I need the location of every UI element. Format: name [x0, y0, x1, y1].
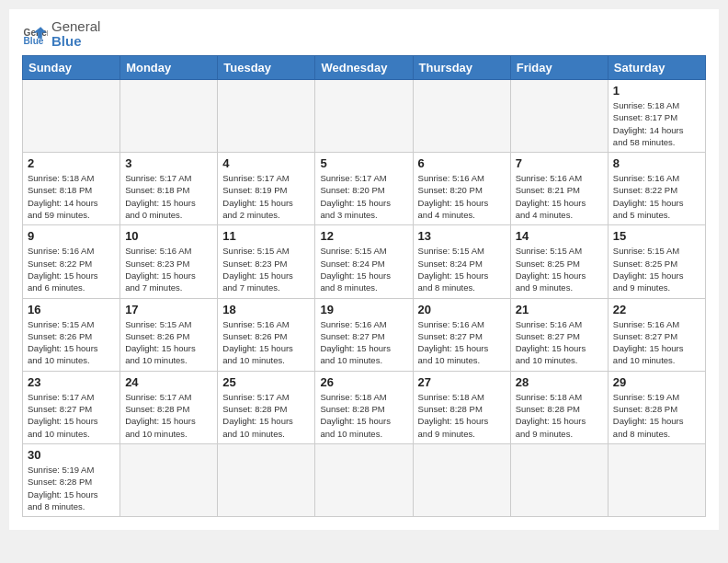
day-info: Sunrise: 5:15 AM Sunset: 8:26 PM Dayligh… [125, 318, 212, 367]
day-number: 3 [125, 156, 212, 170]
day-number: 5 [320, 156, 407, 170]
day-number: 24 [125, 375, 212, 389]
calendar-cell: 28Sunrise: 5:18 AM Sunset: 8:28 PM Dayli… [510, 371, 608, 443]
week-row-1: 2Sunrise: 5:18 AM Sunset: 8:18 PM Daylig… [23, 153, 706, 225]
calendar-cell: 23Sunrise: 5:17 AM Sunset: 8:27 PM Dayli… [23, 371, 120, 443]
calendar-cell [120, 443, 218, 516]
day-number: 13 [418, 229, 506, 243]
day-number: 16 [28, 303, 115, 316]
calendar-cell [218, 80, 315, 153]
day-info: Sunrise: 5:16 AM Sunset: 8:22 PM Dayligh… [28, 245, 115, 293]
calendar-cell [608, 443, 705, 516]
day-info: Sunrise: 5:16 AM Sunset: 8:27 PM Dayligh… [418, 318, 506, 367]
calendar-cell: 30Sunrise: 5:19 AM Sunset: 8:28 PM Dayli… [23, 443, 120, 516]
day-info: Sunrise: 5:19 AM Sunset: 8:28 PM Dayligh… [613, 391, 700, 440]
weekday-friday: Friday [510, 56, 608, 80]
day-info: Sunrise: 5:16 AM Sunset: 8:21 PM Dayligh… [516, 172, 603, 221]
day-number: 28 [516, 375, 603, 389]
calendar-cell: 18Sunrise: 5:16 AM Sunset: 8:26 PM Dayli… [218, 298, 315, 371]
calendar-cell [510, 443, 608, 516]
day-number: 14 [516, 229, 603, 243]
day-info: Sunrise: 5:16 AM Sunset: 8:27 PM Dayligh… [320, 318, 407, 367]
day-info: Sunrise: 5:18 AM Sunset: 8:18 PM Dayligh… [28, 172, 115, 221]
calendar-cell: 21Sunrise: 5:16 AM Sunset: 8:27 PM Dayli… [510, 298, 608, 371]
calendar-page: General Blue General Blue SundayMondayTu… [9, 9, 719, 530]
calendar-cell: 1Sunrise: 5:18 AM Sunset: 8:17 PM Daylig… [608, 80, 705, 153]
calendar-cell: 6Sunrise: 5:16 AM Sunset: 8:20 PM Daylig… [413, 153, 510, 225]
calendar-cell: 27Sunrise: 5:18 AM Sunset: 8:28 PM Dayli… [413, 371, 510, 443]
day-info: Sunrise: 5:16 AM Sunset: 8:22 PM Dayligh… [613, 172, 700, 221]
calendar-cell [510, 80, 608, 153]
day-info: Sunrise: 5:17 AM Sunset: 8:28 PM Dayligh… [222, 391, 310, 440]
day-number: 8 [613, 156, 700, 170]
day-number: 29 [613, 375, 700, 389]
day-number: 4 [222, 156, 310, 170]
calendar-cell [218, 443, 315, 516]
week-row-0: 1Sunrise: 5:18 AM Sunset: 8:17 PM Daylig… [23, 80, 706, 153]
calendar-cell: 5Sunrise: 5:17 AM Sunset: 8:20 PM Daylig… [315, 153, 413, 225]
day-number: 6 [418, 156, 506, 170]
calendar-cell [413, 80, 510, 153]
calendar-cell: 10Sunrise: 5:16 AM Sunset: 8:23 PM Dayli… [120, 225, 218, 298]
weekday-saturday: Saturday [608, 56, 705, 80]
calendar-cell [120, 80, 218, 153]
calendar-cell [315, 80, 413, 153]
day-number: 1 [613, 84, 700, 98]
calendar-cell: 17Sunrise: 5:15 AM Sunset: 8:26 PM Dayli… [120, 298, 218, 371]
day-number: 18 [222, 303, 310, 316]
day-number: 15 [613, 229, 700, 243]
day-number: 11 [222, 229, 310, 243]
calendar-cell: 16Sunrise: 5:15 AM Sunset: 8:26 PM Dayli… [23, 298, 120, 371]
calendar-cell: 12Sunrise: 5:15 AM Sunset: 8:24 PM Dayli… [315, 225, 413, 298]
day-info: Sunrise: 5:15 AM Sunset: 8:24 PM Dayligh… [320, 245, 407, 293]
calendar-cell: 14Sunrise: 5:15 AM Sunset: 8:25 PM Dayli… [510, 225, 608, 298]
weekday-sunday: Sunday [23, 56, 120, 80]
day-info: Sunrise: 5:17 AM Sunset: 8:20 PM Dayligh… [320, 172, 407, 221]
day-number: 7 [516, 156, 603, 170]
day-number: 20 [418, 303, 506, 316]
calendar-table: SundayMondayTuesdayWednesdayThursdayFrid… [22, 55, 706, 517]
day-info: Sunrise: 5:18 AM Sunset: 8:28 PM Dayligh… [418, 391, 506, 440]
day-info: Sunrise: 5:17 AM Sunset: 8:27 PM Dayligh… [28, 391, 115, 440]
day-number: 30 [28, 448, 115, 462]
calendar-cell: 13Sunrise: 5:15 AM Sunset: 8:24 PM Dayli… [413, 225, 510, 298]
calendar-cell: 7Sunrise: 5:16 AM Sunset: 8:21 PM Daylig… [510, 153, 608, 225]
weekday-thursday: Thursday [413, 56, 510, 80]
day-info: Sunrise: 5:17 AM Sunset: 8:28 PM Dayligh… [125, 391, 212, 440]
day-number: 17 [125, 303, 212, 316]
day-info: Sunrise: 5:16 AM Sunset: 8:26 PM Dayligh… [222, 318, 310, 367]
day-number: 27 [418, 375, 506, 389]
calendar-cell: 2Sunrise: 5:18 AM Sunset: 8:18 PM Daylig… [23, 153, 120, 225]
weekday-tuesday: Tuesday [218, 56, 315, 80]
calendar-cell [413, 443, 510, 516]
calendar-cell: 22Sunrise: 5:16 AM Sunset: 8:27 PM Dayli… [608, 298, 705, 371]
calendar-cell: 9Sunrise: 5:16 AM Sunset: 8:22 PM Daylig… [23, 225, 120, 298]
day-info: Sunrise: 5:15 AM Sunset: 8:25 PM Dayligh… [613, 245, 700, 293]
calendar-cell: 24Sunrise: 5:17 AM Sunset: 8:28 PM Dayli… [120, 371, 218, 443]
day-info: Sunrise: 5:16 AM Sunset: 8:27 PM Dayligh… [516, 318, 603, 367]
weekday-wednesday: Wednesday [315, 56, 413, 80]
day-info: Sunrise: 5:16 AM Sunset: 8:20 PM Dayligh… [418, 172, 506, 221]
calendar-cell: 29Sunrise: 5:19 AM Sunset: 8:28 PM Dayli… [608, 371, 705, 443]
calendar-cell: 19Sunrise: 5:16 AM Sunset: 8:27 PM Dayli… [315, 298, 413, 371]
calendar-cell: 25Sunrise: 5:17 AM Sunset: 8:28 PM Dayli… [218, 371, 315, 443]
day-number: 19 [320, 303, 407, 316]
calendar-cell [315, 443, 413, 516]
page-header: General Blue General Blue [22, 18, 706, 50]
day-info: Sunrise: 5:17 AM Sunset: 8:19 PM Dayligh… [222, 172, 310, 221]
day-number: 25 [222, 375, 310, 389]
day-info: Sunrise: 5:19 AM Sunset: 8:28 PM Dayligh… [28, 464, 115, 512]
week-row-2: 9Sunrise: 5:16 AM Sunset: 8:22 PM Daylig… [23, 225, 706, 298]
weekday-monday: Monday [120, 56, 218, 80]
day-info: Sunrise: 5:15 AM Sunset: 8:26 PM Dayligh… [28, 318, 115, 367]
day-info: Sunrise: 5:15 AM Sunset: 8:25 PM Dayligh… [516, 245, 603, 293]
day-info: Sunrise: 5:16 AM Sunset: 8:27 PM Dayligh… [613, 318, 700, 367]
calendar-cell: 3Sunrise: 5:17 AM Sunset: 8:18 PM Daylig… [120, 153, 218, 225]
day-number: 21 [516, 303, 603, 316]
calendar-cell: 8Sunrise: 5:16 AM Sunset: 8:22 PM Daylig… [608, 153, 705, 225]
day-info: Sunrise: 5:15 AM Sunset: 8:23 PM Dayligh… [222, 245, 310, 293]
calendar-cell: 4Sunrise: 5:17 AM Sunset: 8:19 PM Daylig… [218, 153, 315, 225]
day-number: 26 [320, 375, 407, 389]
calendar-cell: 20Sunrise: 5:16 AM Sunset: 8:27 PM Dayli… [413, 298, 510, 371]
logo-icon: General Blue [22, 21, 48, 47]
